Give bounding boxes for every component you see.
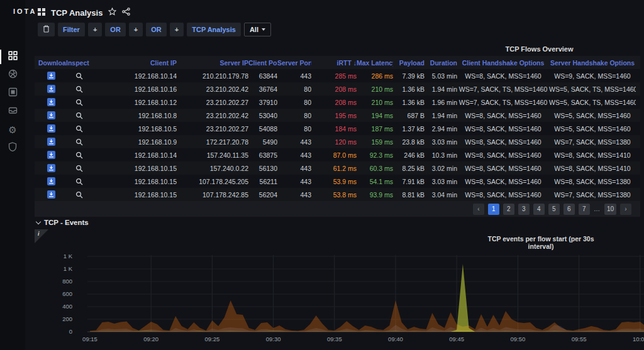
star-icon[interactable] — [108, 7, 116, 18]
sidebar-item-monitor[interactable] — [0, 84, 25, 102]
download-button[interactable] — [47, 111, 55, 119]
page-button-3[interactable]: 3 — [518, 204, 530, 215]
column-header-client-ip[interactable]: Client IP — [96, 59, 177, 67]
client-ip-cell: 192.168.10.9 — [96, 138, 177, 146]
column-header-server-ip[interactable]: Server IP — [177, 59, 248, 67]
download-button[interactable] — [47, 151, 55, 159]
server-handshake-cell: WS=8, SACK, MSS=1380 — [549, 178, 636, 185]
share-icon[interactable] — [122, 7, 130, 18]
x-tick-label: 09:25 — [199, 336, 225, 342]
column-header-inspect[interactable]: Inspect — [66, 59, 96, 67]
inspect-button[interactable] — [75, 151, 84, 160]
y-tick-label: 800 — [46, 278, 72, 285]
inspect-button[interactable] — [75, 138, 84, 146]
download-button[interactable] — [47, 124, 55, 133]
download-button[interactable] — [47, 190, 55, 199]
irtt-cell: 195 ms — [311, 112, 357, 119]
table-row: 192.168.10.15 157.240.0.22 56130 443 61.… — [35, 161, 640, 175]
page-button-1[interactable]: 1 — [488, 204, 499, 215]
column-header-payload[interactable]: Payload — [393, 59, 425, 67]
payload-cell: 1.37 kB — [393, 125, 425, 133]
max-latency-cell: 93.9 ms — [357, 191, 393, 199]
table-header-row: DownloadInspectClient IPServer IPClient … — [35, 56, 640, 69]
or-button-2[interactable]: OR — [146, 23, 167, 36]
irtt-cell: 208 ms — [311, 99, 357, 106]
payload-cell: 1.36 kB — [393, 85, 425, 93]
server-handshake-cell: WS=8, SACK, MSS=1410 — [549, 151, 636, 159]
inspect-button[interactable] — [75, 177, 84, 186]
server-port-cell: 80 — [277, 125, 311, 133]
add-filter-button-3[interactable]: + — [170, 23, 184, 36]
chevron-down-icon — [262, 28, 265, 31]
download-button[interactable] — [47, 138, 55, 146]
download-button[interactable] — [47, 85, 55, 93]
add-filter-button-2[interactable]: + — [129, 23, 143, 36]
client-ip-cell: 192.168.10.15 — [96, 165, 177, 172]
column-header-duration[interactable]: Duration — [425, 59, 457, 67]
page-button-2[interactable]: 2 — [503, 204, 514, 215]
page-button-6[interactable]: 6 — [564, 204, 575, 215]
add-filter-button-1[interactable]: + — [88, 23, 102, 36]
all-dropdown[interactable]: All — [244, 23, 271, 36]
tcp-events-panel: i TCP events per flow start (per 30s int… — [35, 229, 644, 350]
page-button-7[interactable]: 7 — [579, 204, 590, 215]
column-header-server-port[interactable]: Server Port — [277, 59, 311, 67]
max-latency-cell: 54.1 ms — [357, 178, 393, 185]
duration-cell: 3.02 min — [425, 165, 457, 172]
client-handshake-cell: WS=8, SACK, MSS=1460 — [457, 72, 549, 80]
sidebar-item-dashboards[interactable] — [0, 48, 25, 66]
sidebar-item-settings[interactable]: ⚙ — [0, 121, 25, 139]
inspect-button[interactable] — [75, 85, 84, 94]
download-button[interactable] — [47, 177, 55, 185]
inspect-button[interactable] — [75, 111, 84, 120]
column-header-server-handshake-options[interactable]: Server Handshake Options — [549, 59, 636, 67]
all-dropdown-value: All — [250, 26, 258, 33]
client-ip-cell: 192.168.10.15 — [96, 178, 177, 185]
duration-cell: 2.94 min — [425, 125, 457, 133]
inspect-button[interactable] — [75, 72, 84, 80]
sidebar-item-security[interactable] — [0, 139, 25, 157]
or-button-1[interactable]: OR — [105, 23, 126, 36]
column-header-download[interactable]: Download — [38, 59, 66, 67]
download-button[interactable] — [47, 72, 55, 80]
column-header-irtt-[interactable]: iRTT ↓ — [311, 59, 357, 67]
column-header-client-port[interactable]: Client Port — [248, 59, 277, 67]
inspect-cell — [66, 164, 96, 173]
client-port-cell: 63844 — [248, 72, 277, 80]
column-header-max-latency[interactable]: Max Latency — [357, 59, 393, 67]
inspect-button[interactable] — [75, 164, 84, 173]
page-button-4[interactable]: 4 — [533, 204, 545, 215]
x-tick-label: 09:40 — [383, 336, 408, 342]
download-cell — [38, 85, 66, 93]
filter-button[interactable]: Filter — [58, 23, 85, 36]
server-handshake-cell: WS=7, SACK, MSS=1380 — [549, 138, 636, 146]
inspect-button[interactable] — [75, 124, 84, 133]
duration-cell: 3.04 min — [425, 191, 457, 199]
client-ip-cell: 192.168.10.16 — [96, 85, 177, 93]
page-prev-button[interactable]: ‹ — [473, 204, 484, 215]
shield-icon — [8, 142, 17, 154]
server-ip-cell: 23.210.202.27 — [177, 125, 248, 133]
inspect-button[interactable] — [75, 190, 84, 199]
page-button-5[interactable]: 5 — [548, 204, 560, 215]
tcp-events-section-toggle[interactable]: TCP - Events — [36, 219, 89, 226]
page-button-10[interactable]: 10 — [604, 204, 616, 215]
page-next-button[interactable]: › — [620, 204, 631, 215]
download-cell — [38, 177, 66, 185]
panel-info-corner[interactable] — [35, 229, 48, 243]
download-button[interactable] — [47, 98, 55, 106]
inspect-cell — [66, 111, 96, 120]
scope-button[interactable]: TCP Analysis — [187, 23, 241, 36]
download-cell — [38, 111, 66, 119]
inspect-button[interactable] — [75, 98, 84, 107]
page-ellipsis: … — [594, 205, 601, 212]
sidebar-item-storage[interactable] — [0, 102, 25, 121]
duration-cell: 1.94 min — [425, 112, 457, 119]
column-header-client-handshake-options[interactable]: Client Handshake Options — [457, 59, 549, 67]
y-tick-label: 400 — [46, 303, 72, 310]
sidebar-item-apps[interactable] — [0, 66, 25, 84]
download-button[interactable] — [47, 164, 55, 172]
table-body: 192.168.10.14 210.210.179.78 63844 443 2… — [35, 69, 640, 201]
delete-filter-button[interactable] — [38, 23, 55, 36]
client-ip-cell: 192.168.10.15 — [96, 191, 177, 199]
